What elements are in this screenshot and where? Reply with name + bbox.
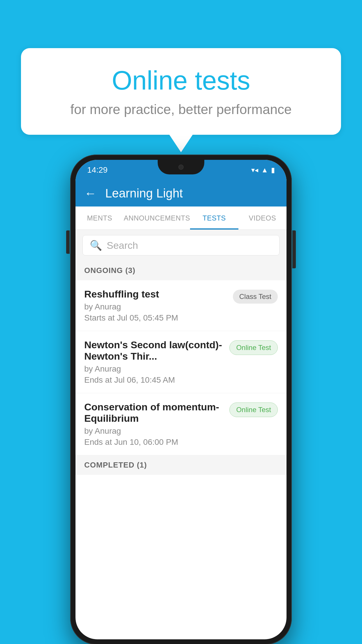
test-item-3[interactable]: Conservation of momentum-Equilibrium by … xyxy=(75,393,287,455)
signal-icon: ▲ xyxy=(261,166,268,174)
test-author-1: by Anurag xyxy=(84,302,227,312)
search-container: 🔍 Search xyxy=(75,230,287,261)
back-button[interactable]: ← xyxy=(84,186,96,200)
test-item-1[interactable]: Reshuffling test by Anurag Starts at Jul… xyxy=(75,280,287,331)
test-time-1: Starts at Jul 05, 05:45 PM xyxy=(84,313,227,323)
phone-outer: 14:29 ▾◂ ▲ ▮ ← Learning Light MENTS xyxy=(70,155,292,644)
tab-announcements[interactable]: ANNOUNCEMENTS xyxy=(124,206,190,230)
search-input[interactable]: 🔍 Search xyxy=(82,235,280,256)
battery-icon: ▮ xyxy=(271,166,275,174)
speech-bubble-arrow xyxy=(169,135,193,152)
status-time: 14:29 xyxy=(87,165,108,175)
test-name-2: Newton's Second law(contd)-Newton's Thir… xyxy=(84,339,224,362)
phone-screen: 14:29 ▾◂ ▲ ▮ ← Learning Light MENTS xyxy=(75,160,287,639)
tab-ments[interactable]: MENTS xyxy=(75,206,124,230)
search-placeholder: Search xyxy=(107,240,138,251)
notch xyxy=(158,160,204,174)
test-badge-3: Online Test xyxy=(229,402,278,417)
tab-videos[interactable]: VIDEOS xyxy=(238,206,287,230)
status-icons: ▾◂ ▲ ▮ xyxy=(251,166,275,174)
test-list: Reshuffling test by Anurag Starts at Jul… xyxy=(75,280,287,455)
test-time-2: Ends at Jul 06, 10:45 AM xyxy=(84,375,224,385)
completed-section-header: COMPLETED (1) xyxy=(75,455,287,475)
test-badge-2: Online Test xyxy=(229,340,278,355)
speech-bubble-container: Online tests for more practice, better p… xyxy=(21,48,341,152)
wifi-icon: ▾◂ xyxy=(251,166,258,174)
camera-dot xyxy=(178,164,184,170)
phone-container: 14:29 ▾◂ ▲ ▮ ← Learning Light MENTS xyxy=(70,155,292,644)
test-author-3: by Anurag xyxy=(84,426,224,436)
test-name-3: Conservation of momentum-Equilibrium xyxy=(84,401,224,424)
speech-bubble-title: Online tests xyxy=(44,66,318,96)
app-title: Learning Light xyxy=(105,186,183,200)
test-author-2: by Anurag xyxy=(84,364,224,374)
test-item-2[interactable]: Newton's Second law(contd)-Newton's Thir… xyxy=(75,331,287,393)
speech-bubble: Online tests for more practice, better p… xyxy=(21,48,341,135)
test-info-1: Reshuffling test by Anurag Starts at Jul… xyxy=(84,288,233,323)
test-info-3: Conservation of momentum-Equilibrium by … xyxy=(84,401,229,447)
test-name-1: Reshuffling test xyxy=(84,288,227,300)
ongoing-section-header: ONGOING (3) xyxy=(75,261,287,280)
status-bar: 14:29 ▾◂ ▲ ▮ xyxy=(75,160,287,180)
tab-bar: MENTS ANNOUNCEMENTS TESTS VIDEOS xyxy=(75,206,287,230)
test-info-2: Newton's Second law(contd)-Newton's Thir… xyxy=(84,339,229,385)
tab-tests[interactable]: TESTS xyxy=(190,206,238,230)
speech-bubble-subtitle: for more practice, better performance xyxy=(44,102,318,117)
search-icon: 🔍 xyxy=(90,239,102,251)
app-header: ← Learning Light xyxy=(75,180,287,206)
test-time-3: Ends at Jun 10, 06:00 PM xyxy=(84,438,224,447)
test-badge-1: Class Test xyxy=(233,290,278,304)
